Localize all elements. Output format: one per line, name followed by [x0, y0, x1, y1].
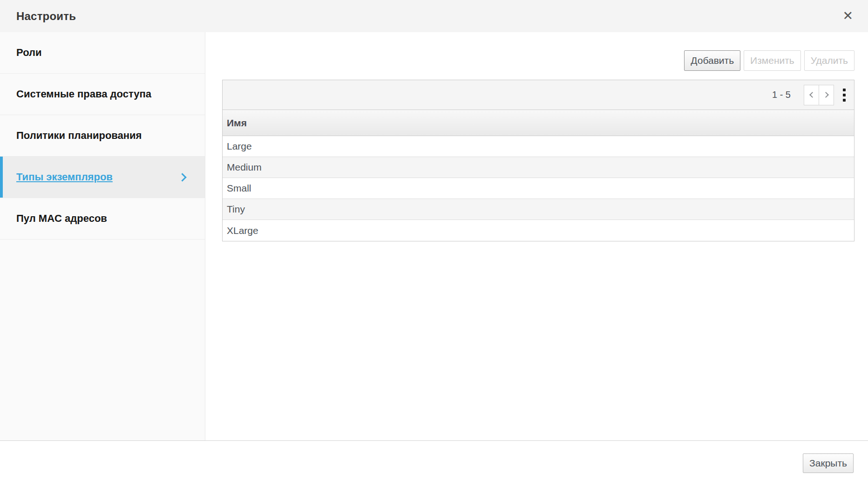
sidebar-item-roles[interactable]: Роли	[0, 32, 205, 74]
sidebar-item-label: Роли	[16, 47, 42, 59]
table-row[interactable]: Medium	[223, 157, 854, 178]
chevron-right-icon	[178, 173, 186, 181]
column-header-name: Имя	[227, 117, 247, 129]
sidebar-item-instance-types[interactable]: Типы экземпляров	[0, 157, 205, 198]
sidebar-item-label: Пул MAC адресов	[16, 213, 107, 225]
main-panel: Добавить Изменить Удалить 1 - 5	[205, 32, 868, 440]
prev-page-button[interactable]	[804, 85, 819, 105]
close-button[interactable]: Закрыть	[803, 453, 854, 473]
sidebar-item-label: Политики планирования	[16, 130, 142, 142]
table-row[interactable]: XLarge	[223, 220, 854, 241]
sidebar-item-scheduling-policies[interactable]: Политики планирования	[0, 115, 205, 157]
dialog-header: Настроить ✕	[0, 0, 868, 32]
close-icon[interactable]: ✕	[840, 9, 856, 23]
grid-toolbar: 1 - 5	[223, 80, 854, 110]
dialog-footer: Закрыть	[0, 440, 868, 487]
remove-button[interactable]: Удалить	[804, 50, 854, 71]
sidebar-item-label: Системные права доступа	[16, 88, 151, 100]
chevron-left-icon	[809, 92, 815, 98]
dialog-title: Настроить	[16, 10, 76, 23]
pager	[804, 85, 834, 105]
chevron-right-icon	[823, 92, 829, 98]
action-buttons: Добавить Изменить Удалить	[222, 50, 854, 71]
table-row[interactable]: Tiny	[223, 199, 854, 220]
add-button[interactable]: Добавить	[684, 50, 740, 71]
pagination-range: 1 - 5	[772, 89, 791, 100]
sidebar-item-system-permissions[interactable]: Системные права доступа	[0, 74, 205, 115]
table-header: Имя	[223, 110, 854, 136]
instance-types-grid: 1 - 5 Имя	[222, 80, 854, 241]
table-row[interactable]: Small	[223, 178, 854, 199]
configure-dialog: Настроить ✕ Роли Системные права доступа…	[0, 0, 868, 487]
table-body: Large Medium Small Tiny XLarge	[223, 136, 854, 241]
edit-button[interactable]: Изменить	[744, 50, 801, 71]
next-page-button[interactable]	[819, 85, 834, 105]
sidebar-item-label: Типы экземпляров	[16, 171, 113, 183]
sidebar-item-mac-address-pools[interactable]: Пул MAC адресов	[0, 198, 205, 240]
sidebar: Роли Системные права доступа Политики пл…	[0, 32, 205, 440]
dialog-body: Роли Системные права доступа Политики пл…	[0, 32, 868, 440]
table-row[interactable]: Large	[223, 136, 854, 157]
kebab-menu-icon[interactable]	[841, 87, 847, 103]
